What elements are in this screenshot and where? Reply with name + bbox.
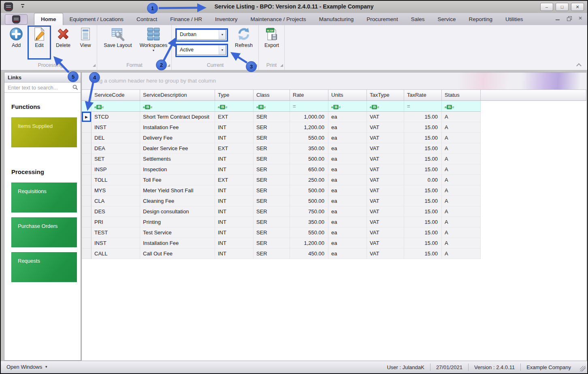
cell-rate[interactable]: 1,000.00 (290, 112, 328, 122)
cell-class[interactable]: SER (254, 154, 290, 164)
cell-servicedescription[interactable]: Settlements (140, 154, 215, 164)
cell-type[interactable]: INT (215, 227, 254, 238)
cell-servicedescription[interactable]: Delivery Fee (140, 133, 215, 143)
cell-units[interactable]: ea (328, 143, 367, 154)
column-header-class[interactable]: Class (254, 90, 290, 101)
table-row[interactable]: TESTTest ServiceINTSER550.00eaVAT15.00A (82, 227, 586, 238)
column-header-units[interactable]: Units (328, 90, 367, 101)
cell-status[interactable]: A (442, 154, 481, 164)
column-header-servicedescription[interactable]: ServiceDescription (140, 90, 215, 101)
cell-servicedescription[interactable]: Test Service (140, 227, 215, 238)
cell-units[interactable]: ea (328, 217, 367, 227)
filter-cell-rate[interactable]: = (290, 101, 328, 112)
cell-type[interactable]: INT (215, 154, 254, 164)
cell-units[interactable]: ea (328, 154, 367, 164)
cell-taxtype[interactable]: VAT (367, 206, 404, 217)
tab-equipment-locations[interactable]: Equipment / Locations (63, 13, 130, 25)
cell-servicecode[interactable]: CALL (92, 249, 140, 259)
row-indicator-cell[interactable] (82, 122, 92, 133)
cell-class[interactable]: SER (254, 143, 290, 154)
filter-cell-servicecode[interactable]: aBc (92, 101, 140, 112)
cell-units[interactable]: ea (328, 185, 367, 196)
tab-finance-hr[interactable]: Finance / HR (164, 13, 209, 25)
cell-rate[interactable]: 450.00 (290, 249, 328, 259)
table-row[interactable]: DEADealer Service FeeEXTSER350.00eaVAT15… (82, 143, 586, 154)
minimize-button[interactable]: – (540, 3, 553, 11)
cell-type[interactable]: INT (215, 196, 254, 206)
cell-taxtype[interactable]: VAT (367, 217, 404, 227)
cell-taxtype[interactable]: VAT (367, 238, 404, 249)
cell-taxtype[interactable]: VAT (367, 154, 404, 164)
view-button[interactable]: View (76, 27, 95, 48)
sidebar-button-items-supplied[interactable]: Items Supplied (11, 117, 77, 147)
cell-taxrate[interactable]: 15.00 (404, 143, 442, 154)
table-row[interactable]: PRIPrintingINTSER350.00eaVAT15.00A (82, 217, 586, 227)
cell-status[interactable]: A (442, 175, 481, 185)
row-indicator-cell[interactable] (82, 206, 92, 217)
cell-taxtype[interactable]: VAT (367, 249, 404, 259)
cell-servicecode[interactable]: DEA (92, 143, 140, 154)
filter-cell-status[interactable]: aBc (442, 101, 481, 112)
quick-access-dropdown-icon[interactable]: ▼ (21, 4, 24, 9)
row-indicator-cell[interactable] (82, 164, 92, 175)
column-header-type[interactable]: Type (215, 90, 254, 101)
cell-servicedescription[interactable]: Call Out Fee (140, 249, 215, 259)
cell-servicedescription[interactable]: Dealer Service Fee (140, 143, 215, 154)
cell-status[interactable]: A (442, 227, 481, 238)
workspaces-button[interactable]: Workspaces ▼ (137, 27, 170, 52)
cell-taxrate[interactable]: 15.00 (404, 249, 442, 259)
cell-units[interactable]: ea (328, 196, 367, 206)
table-row[interactable]: SETSettlementsINTSER500.00eaVAT15.00A (82, 154, 586, 164)
cell-taxtype[interactable]: VAT (367, 175, 404, 185)
cell-servicedescription[interactable]: Inspection (140, 164, 215, 175)
cell-servicedescription[interactable]: Meter Yield Short Fall (140, 185, 215, 196)
table-row[interactable]: INSTInstallation FeeINTSER1,200.00eaVAT1… (82, 238, 586, 249)
dialog-launcher-icon[interactable] (93, 64, 96, 67)
cell-units[interactable]: ea (328, 206, 367, 217)
cell-taxrate[interactable]: 15.00 (404, 164, 442, 175)
sidebar-button-requisitions[interactable]: Requisitions (11, 183, 77, 212)
cell-type[interactable]: EXT (215, 112, 254, 122)
doc-close-icon[interactable]: ✕ (578, 16, 582, 20)
cell-class[interactable]: SER (254, 206, 290, 217)
cell-class[interactable]: SER (254, 133, 290, 143)
cell-taxrate[interactable]: 15.00 (404, 154, 442, 164)
cell-type[interactable]: INT (215, 133, 254, 143)
delete-button[interactable]: Delete (53, 27, 74, 48)
cell-units[interactable]: ea (328, 122, 367, 133)
cell-rate[interactable]: 750.00 (290, 206, 328, 217)
column-header-status[interactable]: Status (442, 90, 481, 101)
cell-type[interactable]: INT (215, 238, 254, 249)
cell-units[interactable]: ea (328, 164, 367, 175)
cell-rate[interactable]: 1,200.00 (290, 238, 328, 249)
cell-servicecode[interactable]: INST (92, 122, 140, 133)
table-row[interactable]: CALLCall Out FeeINTSER450.00eaVAT15.00A (82, 249, 586, 259)
cell-class[interactable]: SER (254, 185, 290, 196)
doc-restore-icon[interactable] (567, 16, 571, 20)
cell-taxtype[interactable]: VAT (367, 185, 404, 196)
cell-class[interactable]: SER (254, 238, 290, 249)
cell-taxrate[interactable]: 15.00 (404, 133, 442, 143)
cell-type[interactable]: INT (215, 206, 254, 217)
cell-status[interactable]: A (442, 196, 481, 206)
cell-class[interactable]: SER (254, 175, 290, 185)
cell-servicecode[interactable]: STCD (92, 112, 140, 122)
chevron-down-icon[interactable]: ▼ (219, 45, 226, 55)
cell-servicecode[interactable]: DEL (92, 133, 140, 143)
table-row[interactable]: DELDelivery FeeINTSER550.00eaVAT15.00A (82, 133, 586, 143)
cell-taxrate[interactable]: 15.00 (404, 227, 442, 238)
cell-taxtype[interactable]: VAT (367, 122, 404, 133)
cell-taxrate[interactable]: 15.00 (404, 206, 442, 217)
row-indicator-cell[interactable] (82, 249, 92, 259)
refresh-button[interactable]: Refresh (232, 27, 256, 48)
collapse-ribbon-icon[interactable] (576, 63, 582, 68)
column-header-taxrate[interactable]: TaxRate (404, 90, 442, 101)
cell-rate[interactable]: 250.00 (290, 175, 328, 185)
dialog-launcher-icon[interactable] (280, 64, 283, 67)
cell-taxtype[interactable]: VAT (367, 164, 404, 175)
cell-servicecode[interactable]: SET (92, 154, 140, 164)
cell-units[interactable]: ea (328, 133, 367, 143)
cell-servicecode[interactable]: CLA (92, 196, 140, 206)
cell-type[interactable]: EXT (215, 175, 254, 185)
cell-status[interactable]: A (442, 164, 481, 175)
